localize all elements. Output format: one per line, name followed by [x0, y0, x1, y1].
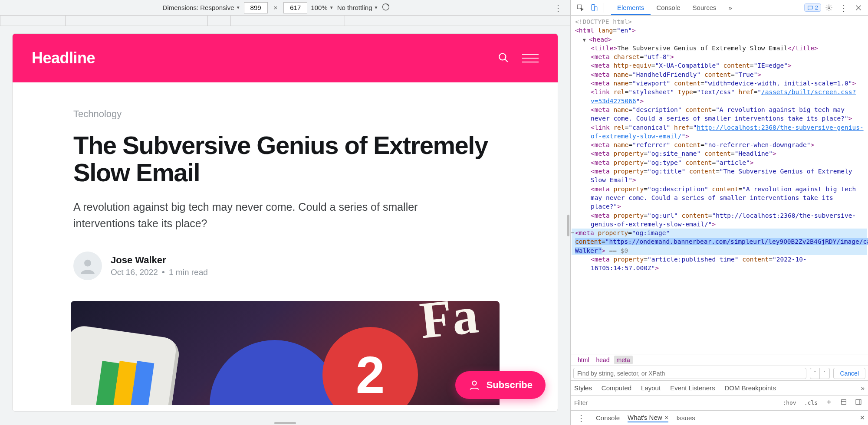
svg-point-1 — [499, 53, 506, 60]
crumb-html[interactable]: html — [575, 356, 592, 364]
breadcrumbs-bar: html head meta — [571, 354, 868, 366]
chevron-down-icon: ▼ — [236, 5, 240, 10]
rendered-page-frame: Headline Technology The Subversive Geniu… — [13, 34, 558, 411]
tab-dom-breakpoints[interactable]: DOM Breakpoints — [725, 384, 776, 392]
throttling-dropdown[interactable]: No throttling ▼ — [337, 4, 378, 11]
article-hero-image: 2 Fa — [71, 301, 500, 405]
tab-layout[interactable]: Layout — [641, 384, 661, 392]
tab-styles[interactable]: Styles — [574, 384, 592, 392]
avatar[interactable] — [73, 252, 102, 280]
console-drawer-tabs: ⋮ Console What's New × Issues × — [571, 410, 868, 425]
author-row: Jose Walker Oct 16, 2022 • 1 min read — [73, 252, 497, 280]
chevron-down-icon: ▼ — [374, 5, 378, 10]
site-header: Headline — [13, 34, 558, 82]
responsive-ruler — [0, 16, 570, 26]
tab-elements[interactable]: Elements — [611, 0, 651, 15]
devtools-toolbar: Elements Console Sources » 2 ⋮ — [571, 0, 868, 16]
article-excerpt: A revolution against big tech may never … — [73, 199, 455, 232]
svg-line-2 — [505, 59, 508, 62]
crumb-meta[interactable]: meta — [614, 356, 633, 364]
drawer-more-icon[interactable]: ⋮ — [574, 413, 588, 423]
horizontal-resize-handle[interactable] — [567, 215, 569, 236]
svg-rect-13 — [842, 400, 846, 405]
search-cancel-button[interactable]: Cancel — [833, 368, 865, 379]
cls-toggle[interactable]: .cls — [802, 399, 820, 407]
dimensions-label: Dimensions: Responsive — [163, 4, 234, 11]
tab-computed[interactable]: Computed — [602, 384, 631, 392]
times-label: × — [271, 4, 280, 11]
more-options-icon[interactable]: ⋮ — [551, 3, 565, 13]
styles-filter-input[interactable] — [574, 396, 777, 410]
search-icon[interactable] — [498, 52, 509, 65]
svg-rect-15 — [856, 400, 861, 405]
tab-event-listeners[interactable]: Event Listeners — [670, 384, 715, 392]
search-prev-icon[interactable]: ˄ — [810, 368, 820, 379]
elements-search-bar: ˄ ˅ Cancel — [571, 366, 868, 381]
devtools-more-icon[interactable]: ⋮ — [837, 3, 851, 13]
devtools-pane: Elements Console Sources » 2 ⋮ <!DOCTYPE… — [571, 0, 868, 425]
toggle-device-toolbar-icon[interactable] — [588, 2, 600, 14]
hov-toggle[interactable]: :hov — [780, 399, 799, 407]
article-category[interactable]: Technology — [73, 108, 497, 120]
elements-search-input[interactable] — [573, 368, 806, 379]
device-toolbar: Dimensions: Responsive ▼ × 100% ▼ No thr… — [0, 0, 570, 16]
styles-tabs: Styles Computed Layout Event Listeners D… — [571, 381, 868, 396]
vertical-resize-handle[interactable] — [274, 422, 296, 424]
close-devtools-icon[interactable] — [852, 2, 865, 14]
article-meta: Oct 16, 2022 • 1 min read — [111, 268, 208, 277]
hamburger-menu-icon[interactable] — [522, 54, 539, 62]
elements-tree[interactable]: <!DOCTYPE html><html lang="en">▼<head><t… — [571, 16, 868, 354]
drawer-tab-console[interactable]: Console — [596, 414, 620, 422]
styles-tabs-overflow-icon[interactable]: » — [861, 384, 865, 392]
inspect-element-icon[interactable] — [574, 2, 586, 14]
chevron-down-icon: ▼ — [329, 5, 334, 10]
svg-point-4 — [472, 381, 476, 385]
close-icon[interactable]: × — [665, 414, 669, 421]
tab-console[interactable]: Console — [651, 0, 687, 15]
computed-sidebar-icon[interactable] — [838, 398, 850, 408]
issues-badge[interactable]: 2 — [804, 3, 821, 12]
dimensions-dropdown[interactable]: Dimensions: Responsive ▼ — [163, 4, 240, 11]
toggle-sidebar-icon[interactable] — [852, 398, 865, 408]
height-input[interactable] — [283, 2, 307, 13]
close-drawer-icon[interactable]: × — [860, 413, 865, 422]
article-title: The Subversive Genius of Extremely Slow … — [73, 132, 497, 186]
width-input[interactable] — [244, 2, 268, 13]
svg-point-3 — [84, 260, 91, 267]
rotate-icon[interactable] — [381, 3, 390, 13]
svg-point-8 — [828, 7, 830, 9]
crumb-head[interactable]: head — [593, 356, 612, 364]
author-name[interactable]: Jose Walker — [111, 255, 208, 266]
drawer-tab-issues[interactable]: Issues — [676, 414, 695, 422]
styles-filter-bar: :hov .cls — [571, 396, 868, 410]
new-style-rule-icon[interactable] — [823, 398, 835, 408]
article-body: Technology The Subversive Genius of Extr… — [13, 82, 558, 411]
drawer-tab-whatsnew[interactable]: What's New × — [628, 414, 668, 422]
zoom-dropdown[interactable]: 100% ▼ — [311, 4, 333, 11]
search-next-icon[interactable]: ˅ — [820, 368, 829, 379]
tab-sources[interactable]: Sources — [687, 0, 723, 15]
search-nav: ˄ ˅ — [810, 368, 830, 379]
subscribe-button[interactable]: Subscribe — [455, 371, 546, 399]
site-logo[interactable]: Headline — [32, 49, 95, 67]
tabs-overflow-icon[interactable]: » — [723, 0, 738, 15]
device-viewport: Headline Technology The Subversive Geniu… — [0, 26, 570, 425]
gear-icon[interactable] — [823, 2, 835, 14]
